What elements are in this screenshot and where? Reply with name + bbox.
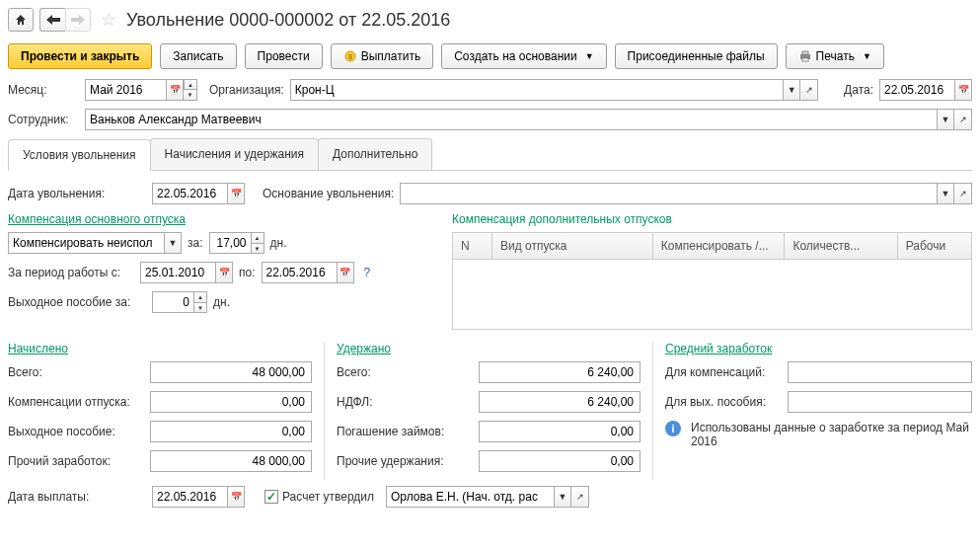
print-button[interactable]: Печать▼ [786, 43, 884, 69]
reason-open-icon[interactable]: ↗ [954, 183, 972, 204]
col-type: Вид отпуска [492, 233, 653, 259]
comp-days-field[interactable]: ▲▼ [209, 232, 264, 254]
back-button[interactable] [39, 8, 65, 32]
post-and-close-button[interactable]: Провести и закрыть [8, 43, 152, 69]
org-field[interactable]: ▼ ↗ [290, 79, 818, 101]
dismissal-reason-field[interactable]: ▼ ↗ [400, 183, 972, 204]
accrued-comp-label: Компенсации отпуска: [8, 395, 146, 409]
withheld-other-value[interactable] [479, 450, 641, 472]
date-picker-icon[interactable]: 📅 [954, 79, 972, 101]
avg-comp-value[interactable] [788, 361, 972, 383]
employee-dropdown-icon[interactable]: ▼ [937, 109, 954, 130]
days-down[interactable]: ▼ [251, 243, 264, 254]
avg-sev-label: Для вых. пособия: [665, 395, 784, 409]
comp-main-title[interactable]: Компенсация основного отпуска [8, 212, 432, 226]
withheld-loan-value[interactable] [479, 421, 641, 442]
tab-accruals[interactable]: Начисления и удержания [150, 138, 319, 170]
accrued-total-label: Всего: [8, 365, 146, 379]
accrued-sev-value[interactable] [150, 421, 312, 442]
dn-label: дн. [270, 236, 287, 250]
save-button[interactable]: Записать [160, 43, 236, 69]
org-dropdown-icon[interactable]: ▼ [783, 79, 800, 101]
accrued-total-value[interactable] [150, 361, 312, 383]
extra-vacation-table[interactable]: N Вид отпуска Компенсировать /... Количе… [452, 232, 972, 330]
sev-up[interactable]: ▲ [193, 291, 207, 302]
withheld-other-label: Прочие удержания: [337, 454, 475, 468]
svg-rect-4 [802, 58, 808, 61]
create-based-on-button[interactable]: Создать на основании▼ [441, 43, 606, 69]
date-label: Дата: [844, 83, 873, 97]
col-comp: Компенсировать /... [653, 233, 786, 259]
svg-text:$: $ [347, 52, 352, 61]
svg-rect-3 [802, 51, 808, 54]
severance-days-field[interactable]: ▲▼ [152, 291, 207, 313]
dismissal-date-field[interactable]: 📅 [152, 183, 245, 204]
period-to-field[interactable]: 📅 [262, 262, 354, 283]
approver-field[interactable]: ▼ ↗ [386, 486, 589, 508]
sev-dn-label: дн. [213, 295, 230, 309]
page-title: Увольнение 0000-000002 от 22.05.2016 [126, 10, 450, 31]
period-to-picker-icon[interactable]: 📅 [337, 262, 354, 283]
po-label: по: [239, 266, 256, 279]
org-open-icon[interactable]: ↗ [800, 79, 818, 101]
month-up[interactable]: ▲ [184, 79, 197, 90]
withheld-total-label: Всего: [337, 365, 475, 379]
approver-dropdown-icon[interactable]: ▼ [554, 486, 571, 508]
paydate-field[interactable]: 📅 [152, 486, 245, 508]
withheld-ndfl-value[interactable] [479, 391, 641, 413]
accrued-sev-label: Выходное пособие: [8, 425, 146, 438]
reason-dropdown-icon[interactable]: ▼ [937, 183, 954, 204]
dismissal-date-picker-icon[interactable]: 📅 [227, 183, 245, 204]
sev-down[interactable]: ▼ [193, 302, 207, 313]
period-label: За период работы с: [8, 266, 134, 279]
pay-button[interactable]: $ Выплатить [331, 43, 434, 69]
comp-mode-dropdown-icon[interactable]: ▼ [164, 232, 182, 254]
za-label: за: [188, 236, 203, 250]
dismissal-date-label: Дата увольнения: [8, 187, 146, 200]
avg-sev-value[interactable] [788, 391, 972, 413]
post-button[interactable]: Провести [245, 43, 323, 69]
month-picker-icon[interactable]: 📅 [166, 79, 184, 101]
col-work: Рабочи [898, 233, 971, 259]
period-from-field[interactable]: 📅 [140, 262, 233, 283]
accrued-title[interactable]: Начислено [8, 342, 312, 355]
severance-label: Выходное пособие за: [8, 295, 146, 309]
org-label: Организация: [209, 83, 284, 97]
accrued-other-value[interactable] [150, 450, 312, 472]
paydate-picker-icon[interactable]: 📅 [227, 486, 245, 508]
days-up[interactable]: ▲ [251, 232, 264, 243]
avg-comp-label: Для компенсаций: [665, 365, 784, 379]
period-help-icon[interactable]: ? [364, 266, 371, 279]
money-icon: $ [343, 49, 357, 63]
tab-conditions[interactable]: Условия увольнения [8, 139, 151, 171]
employee-open-icon[interactable]: ↗ [954, 109, 972, 130]
tab-additional[interactable]: Дополнительно [318, 138, 432, 170]
approved-label: Расчет утвердил [282, 490, 374, 504]
favorite-star-icon[interactable]: ☆ [101, 9, 116, 31]
col-n: N [453, 233, 492, 259]
approver-open-icon[interactable]: ↗ [571, 486, 589, 508]
withheld-total-value[interactable] [479, 361, 641, 383]
col-qty: Количеств... [785, 233, 897, 259]
comp-mode-field[interactable]: ▼ [8, 232, 182, 254]
employee-label: Сотрудник: [8, 113, 79, 126]
withheld-title[interactable]: Удержано [337, 342, 641, 355]
paydate-label: Дата выплаты: [8, 490, 146, 504]
employee-field[interactable]: ▼ ↗ [85, 109, 972, 130]
forward-button[interactable] [65, 8, 91, 32]
month-label: Месяц: [8, 83, 79, 97]
avg-title[interactable]: Средний заработок [665, 342, 972, 355]
date-field[interactable]: 📅 [879, 79, 972, 101]
attached-files-button[interactable]: Присоединенные файлы [615, 43, 778, 69]
period-from-picker-icon[interactable]: 📅 [215, 262, 233, 283]
accrued-other-label: Прочий заработок: [8, 454, 146, 468]
withheld-loan-label: Погашение займов: [337, 425, 475, 438]
dismissal-reason-label: Основание увольнения: [263, 187, 394, 200]
home-button[interactable] [8, 8, 34, 32]
month-field[interactable]: 📅 ▲ ▼ [85, 79, 197, 101]
avg-info-text: Использованы данные о заработке за перио… [691, 421, 972, 448]
accrued-comp-value[interactable] [150, 391, 312, 413]
month-down[interactable]: ▼ [184, 90, 197, 101]
withheld-ndfl-label: НДФЛ: [337, 395, 475, 409]
approved-checkbox[interactable]: ✓ [264, 490, 278, 504]
